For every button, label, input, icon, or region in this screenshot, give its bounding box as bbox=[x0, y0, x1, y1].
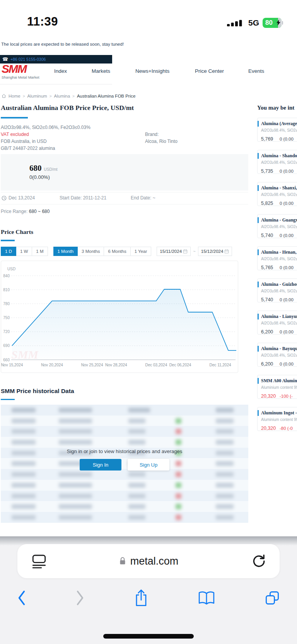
related-price-card[interactable]: SMM A00 AluminumAluminium content 9920,3… bbox=[257, 375, 297, 399]
smm-logo[interactable]: SMM Shanghai Metal Market bbox=[2, 64, 39, 79]
card-title: Aluminum Ingot - Ch bbox=[258, 410, 297, 416]
home-icon bbox=[2, 94, 6, 98]
forward-chevron-icon bbox=[75, 590, 85, 606]
sign-in-button[interactable]: Sign In bbox=[80, 459, 121, 471]
tab-1m[interactable]: 1 M bbox=[32, 247, 48, 256]
related-prices-sidebar: You may be int Alumina (Averaged)Al2O3≥9… bbox=[257, 105, 297, 439]
card-values: 20,320-100 (- bbox=[261, 392, 297, 399]
breadcrumb-aluminum[interactable]: Aluminum bbox=[27, 94, 47, 98]
end-date: End Date: ~ bbox=[131, 195, 155, 201]
address-bar[interactable]: metal.com bbox=[17, 544, 280, 578]
tabs-icon bbox=[265, 590, 280, 606]
related-price-card[interactable]: Alumina - LianyungaAl2O3≥98.4%, SiO2≤6,2… bbox=[257, 311, 297, 335]
related-price-card[interactable]: Alumina - Guizhou,Al2O3≥98.4%, SiO2≤5,74… bbox=[257, 278, 297, 302]
range-tabs: 1 Month 3 Months 6 Months 1 Year bbox=[53, 247, 152, 256]
tab-1d[interactable]: 1 D bbox=[1, 247, 16, 256]
card-values: 6,2000 (0.00 bbox=[261, 328, 297, 335]
breadcrumb-separator: > bbox=[72, 94, 75, 98]
sign-up-button[interactable]: Sign Up bbox=[128, 459, 169, 471]
related-price-card[interactable]: Alumina - BayuquanAl2O3≥98.4%, SiO2≤6,20… bbox=[257, 343, 297, 367]
current-price-box: 680USD/mt 0(0.00%) bbox=[1, 154, 248, 191]
blurred-table-row bbox=[1, 480, 248, 491]
card-change: 0 (0.00 bbox=[280, 362, 294, 366]
card-title: Alumina - Shandong bbox=[258, 153, 297, 159]
svg-text:780: 780 bbox=[3, 301, 10, 306]
smm-logo-text: SMM bbox=[2, 64, 39, 74]
svg-text:690: 690 bbox=[3, 343, 10, 348]
card-values: 5,7690 (0.00 bbox=[261, 135, 297, 142]
date-range-picker: 15/11/2024 ~ 15/12/2024 bbox=[157, 247, 232, 256]
related-price-card[interactable]: Alumina - Henan, CNAl2O3≥98.4%, SiO2≤5,7… bbox=[257, 246, 297, 270]
blurred-table-row bbox=[1, 426, 248, 437]
blurred-table-row bbox=[1, 469, 248, 480]
related-price-card[interactable]: Alumina - Shanxi, CAl2O3≥98.4%, SiO2≤5,8… bbox=[257, 182, 297, 206]
date-to-input[interactable]: 15/12/2024 bbox=[198, 247, 232, 256]
card-change: 0 (0.00 bbox=[280, 137, 294, 141]
browser-toolbar bbox=[0, 584, 297, 611]
calendar-icon bbox=[224, 249, 229, 254]
card-title: SMM A00 Aluminum bbox=[258, 378, 297, 384]
blurred-table-row bbox=[1, 405, 248, 416]
card-spec: Al2O3≥98.4%, SiO2≤ bbox=[261, 192, 297, 197]
notice-banner: The local prices are expected to be rele… bbox=[1, 42, 124, 46]
svg-text:750: 750 bbox=[3, 316, 10, 320]
card-price: 6,200 bbox=[261, 361, 280, 367]
historical-data-table: Sign in or join to view historical price… bbox=[1, 405, 248, 523]
lock-icon bbox=[119, 556, 126, 566]
blurred-table-row bbox=[1, 416, 248, 426]
site-header: SMM Shanghai Metal Market Index Markets … bbox=[0, 64, 297, 84]
reload-button[interactable] bbox=[251, 553, 266, 569]
safari-mobile-screen: { "status_bar": { "time": "11:39", "netw… bbox=[0, 0, 297, 644]
forward-button bbox=[75, 590, 85, 606]
battery-percent: 80 bbox=[265, 19, 273, 27]
share-button[interactable] bbox=[134, 589, 148, 607]
bookmarks-button[interactable] bbox=[198, 590, 215, 606]
heading-accent-bar bbox=[1, 240, 15, 241]
card-title: Alumina - Guizhou, bbox=[258, 282, 297, 287]
tab-1year[interactable]: 1 Year bbox=[131, 247, 152, 256]
nav-item-index[interactable]: Index bbox=[54, 68, 67, 74]
blurred-table-row bbox=[1, 437, 248, 448]
svg-text:810: 810 bbox=[3, 287, 10, 292]
back-chevron-icon bbox=[17, 590, 26, 606]
nav-item-news-insights[interactable]: News+Insights bbox=[135, 68, 169, 74]
locked-message: Sign in or join to view historical price… bbox=[1, 448, 248, 454]
related-price-card[interactable]: Alumina - Guangxi,Al2O3≥98.4%, SiO2≤5,74… bbox=[257, 214, 297, 238]
tab-1w[interactable]: 1 W bbox=[16, 247, 32, 256]
price-charts-heading: Price Charts bbox=[1, 228, 248, 235]
nav-item-price-center[interactable]: Price Center bbox=[195, 68, 224, 74]
title-accent-bar bbox=[1, 117, 28, 118]
related-price-card[interactable]: Alumina (Averaged)Al2O3≥98.4%, SiO2≤5,76… bbox=[257, 118, 297, 142]
url-text: metal.com bbox=[130, 555, 179, 567]
svg-text:840: 840 bbox=[3, 273, 10, 278]
date-from-input[interactable]: 15/11/2024 bbox=[157, 247, 191, 256]
calendar-icon bbox=[183, 249, 188, 254]
breadcrumb-alumina[interactable]: Alumina bbox=[54, 94, 70, 98]
tab-3months[interactable]: 3 Months bbox=[78, 247, 104, 256]
related-price-card[interactable]: Alumina - ShandongAl2O3≥98.4%, SiO2≤5,73… bbox=[257, 150, 297, 174]
share-icon bbox=[134, 589, 148, 607]
url-field[interactable]: metal.com bbox=[17, 544, 280, 578]
back-button[interactable] bbox=[17, 590, 26, 606]
tab-6months[interactable]: 6 Months bbox=[104, 247, 130, 256]
card-change: 0 (0.00 bbox=[280, 201, 294, 206]
related-price-card[interactable]: Aluminum Ingot - ChAluminium content 992… bbox=[257, 407, 297, 431]
nav-item-markets[interactable]: Markets bbox=[92, 68, 110, 74]
card-title: Alumina - Henan, CN bbox=[258, 249, 297, 255]
card-price: 5,825 bbox=[261, 201, 280, 206]
phone-number[interactable]: +86 021 5155-0306 bbox=[10, 57, 46, 62]
blurred-table-row bbox=[1, 501, 248, 512]
card-change: 0 (0.00 bbox=[280, 297, 294, 302]
card-spec: Al2O3≥98.4%, SiO2≤ bbox=[261, 128, 297, 132]
header-divider bbox=[0, 84, 112, 84]
nav-item-events[interactable]: Events bbox=[248, 68, 264, 74]
svg-text:USD: USD bbox=[7, 267, 15, 271]
breadcrumb-home[interactable]: Home bbox=[9, 94, 20, 98]
tab-1month[interactable]: 1 Month bbox=[53, 247, 78, 256]
blurred-table-row bbox=[1, 491, 248, 501]
sidebar-title: You may be int bbox=[257, 105, 297, 111]
card-spec: Al2O3≥98.4%, SiO2≤ bbox=[261, 321, 297, 325]
card-spec: Al2O3≥98.4%, SiO2≤ bbox=[261, 225, 297, 229]
tabs-button[interactable] bbox=[265, 590, 280, 606]
main-content: Australian Alumina FOB Price Price, USD/… bbox=[1, 104, 248, 523]
